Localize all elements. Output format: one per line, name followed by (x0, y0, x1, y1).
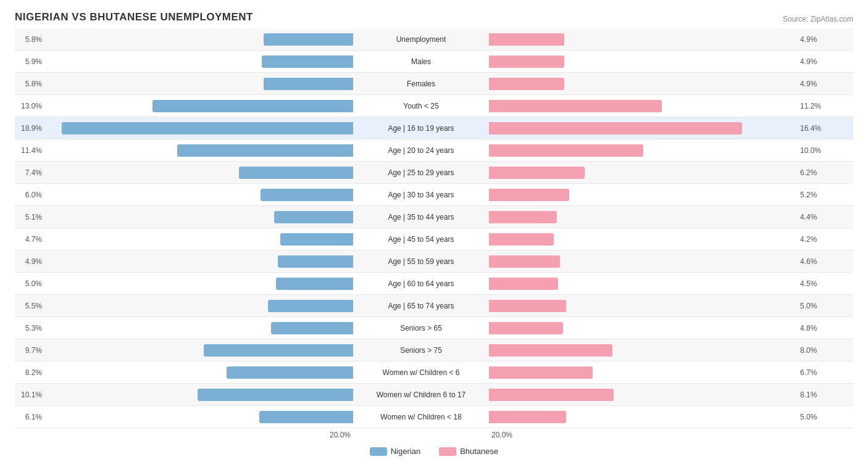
right-bar-area (489, 211, 798, 223)
left-value: 7.4% (15, 168, 44, 177)
right-bar (489, 144, 643, 157)
chart-row: 18.9%Age | 16 to 19 years16.4% (15, 117, 853, 139)
legend: Nigerian Bhutanese (15, 447, 853, 456)
left-value: 9.7% (15, 346, 44, 355)
row-label: Youth < 25 (353, 102, 489, 110)
right-value: 4.2% (798, 235, 827, 244)
left-bar (62, 122, 353, 134)
left-bar (274, 211, 353, 223)
row-label: Age | 16 to 19 years (353, 124, 489, 133)
left-value: 5.0% (15, 279, 44, 288)
right-bar-area (489, 411, 798, 423)
left-value: 18.9% (15, 124, 44, 133)
left-bar-area (44, 344, 353, 357)
chart-row: 8.2%Women w/ Children < 66.7% (15, 362, 853, 384)
right-bar (489, 278, 558, 290)
chart-row: 5.8%Females4.9% (15, 73, 853, 95)
right-bar-area (489, 366, 798, 379)
left-bar (280, 233, 353, 246)
row-label: Unemployment (353, 35, 489, 44)
left-value: 6.0% (15, 191, 44, 199)
right-bar-area (489, 78, 798, 90)
chart-row: 9.7%Seniors > 758.0% (15, 339, 853, 362)
row-label: Age | 65 to 74 years (353, 302, 489, 310)
right-value: 4.8% (798, 324, 827, 333)
right-value: 4.9% (798, 57, 827, 66)
left-value: 5.5% (15, 302, 44, 310)
axis-row: 20.0% 20.0% (15, 428, 853, 442)
left-value: 4.9% (15, 257, 44, 266)
left-bar-area (44, 122, 353, 134)
row-label: Age | 45 to 54 years (353, 235, 489, 244)
left-bar-area (44, 100, 353, 112)
chart-row: 5.1%Age | 35 to 44 years4.4% (15, 206, 853, 228)
right-bar-area (489, 189, 798, 201)
right-bar-area (489, 278, 798, 290)
right-bar-area (489, 322, 798, 334)
legend-nigerian-label: Nigerian (391, 447, 420, 456)
right-bar (489, 78, 564, 90)
left-bar (152, 100, 353, 112)
left-bar (204, 344, 353, 357)
row-label: Age | 30 to 34 years (353, 191, 489, 199)
right-value: 10.0% (798, 146, 827, 155)
right-bar-area (489, 389, 798, 401)
left-bar (259, 411, 353, 423)
right-bar-area (489, 233, 798, 246)
left-value: 13.0% (15, 102, 44, 110)
chart-body: 5.8%Unemployment4.9%5.9%Males4.9%5.8%Fem… (15, 28, 853, 428)
right-value: 4.4% (798, 213, 827, 221)
left-value: 5.8% (15, 35, 44, 44)
axis-left-value: 20.0% (330, 431, 353, 439)
chart-row: 13.0%Youth < 2511.2% (15, 95, 853, 117)
right-bar-area (489, 300, 798, 312)
right-value: 4.5% (798, 279, 827, 288)
left-bar (278, 255, 353, 268)
left-bar (268, 300, 353, 312)
right-value: 16.4% (798, 124, 827, 133)
left-bar-area (44, 78, 353, 90)
right-bar-area (489, 33, 798, 46)
left-bar (262, 56, 353, 68)
left-bar-area (44, 211, 353, 223)
left-bar (261, 189, 353, 201)
right-bar-area (489, 144, 798, 157)
right-bar (489, 389, 614, 401)
left-bar (177, 144, 353, 157)
right-value: 8.1% (798, 391, 827, 399)
left-value: 5.3% (15, 324, 44, 333)
right-bar (489, 322, 563, 334)
left-bar-area (44, 411, 353, 423)
left-value: 5.9% (15, 57, 44, 66)
left-bar (276, 278, 353, 290)
legend-bhutanese-box (439, 447, 456, 456)
left-value: 6.1% (15, 413, 44, 421)
right-value: 5.0% (798, 413, 827, 421)
chart-row: 4.9%Age | 55 to 59 years4.6% (15, 250, 853, 273)
chart-row: 5.5%Age | 65 to 74 years5.0% (15, 295, 853, 317)
left-bar (271, 322, 353, 334)
chart-row: 6.1%Women w/ Children < 185.0% (15, 406, 853, 428)
chart-row: 5.3%Seniors > 654.8% (15, 317, 853, 339)
left-bar-area (44, 300, 353, 312)
row-label: Age | 60 to 64 years (353, 279, 489, 288)
left-bar-area (44, 366, 353, 379)
legend-nigerian-box (370, 447, 387, 456)
right-bar (489, 189, 569, 201)
left-bar (264, 33, 353, 46)
row-label: Women w/ Children < 18 (353, 413, 489, 421)
right-bar (489, 300, 566, 312)
left-bar-area (44, 233, 353, 246)
left-value: 5.1% (15, 213, 44, 221)
left-bar (264, 78, 353, 90)
chart-row: 11.4%Age | 20 to 24 years10.0% (15, 139, 853, 162)
left-bar-area (44, 389, 353, 401)
right-bar (489, 100, 662, 112)
row-label: Age | 55 to 59 years (353, 257, 489, 266)
left-bar-area (44, 167, 353, 179)
legend-nigerian: Nigerian (370, 447, 420, 456)
row-label: Age | 20 to 24 years (353, 146, 489, 155)
right-bar-area (489, 344, 798, 357)
legend-bhutanese: Bhutanese (439, 447, 498, 456)
right-value: 5.2% (798, 191, 827, 199)
